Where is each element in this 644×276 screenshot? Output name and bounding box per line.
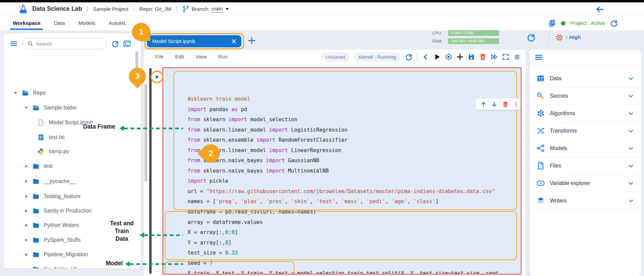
project-refresh-icon[interactable]: [610, 19, 618, 27]
plus-icon[interactable]: [456, 53, 464, 61]
notebook-tab[interactable]: Model Script.ipynb: [147, 35, 241, 47]
chevron-down-icon[interactable]: [628, 93, 634, 99]
divider: [530, 65, 641, 65]
tree-item-sample-folder[interactable]: Sample folder: [24, 102, 77, 113]
chevron-down-icon[interactable]: [628, 180, 634, 186]
fullscreen-icon[interactable]: [502, 53, 510, 61]
annotation-badge-1: 1: [132, 23, 150, 41]
tree-item-label: Pipeline_Migration: [44, 251, 88, 258]
caret-down-icon[interactable]: [13, 91, 18, 95]
tree-item-repo[interactable]: Repo: [13, 87, 46, 99]
tree-item-pipeline-migration[interactable]: Pipeline_Migration: [24, 249, 88, 260]
nav-tab-workspace[interactable]: Workspace: [12, 16, 41, 30]
caret-right-icon[interactable]: [24, 238, 29, 242]
stop-icon[interactable]: [513, 53, 521, 61]
menu-edit[interactable]: Edit: [175, 54, 184, 60]
fast-forward-icon[interactable]: [490, 53, 498, 61]
caret-right-icon[interactable]: [24, 164, 29, 169]
branch-selector[interactable]: Branch: main: [182, 5, 229, 13]
tree-item-label: Sanity in Production: [44, 208, 91, 214]
nav-tab-models[interactable]: Models: [78, 16, 96, 30]
panel-item-algorithms[interactable]: Algorithms: [530, 105, 641, 122]
chevron-down-icon[interactable]: [628, 76, 634, 82]
models-network-icon: [536, 144, 545, 152]
tree-item-test-txt[interactable]: test.txt: [37, 132, 65, 143]
files-page-icon: [536, 162, 545, 170]
tree-item-python-writers[interactable]: Python Writers: [24, 220, 79, 231]
git-branch-icon: [182, 5, 190, 13]
menu-view[interactable]: View: [196, 54, 207, 60]
chevron-down-icon[interactable]: [628, 110, 634, 117]
save-icon[interactable]: [468, 53, 475, 61]
branch-label: Branch:: [192, 6, 209, 12]
back-arrow-icon[interactable]: [595, 5, 604, 14]
panel-item-files[interactable]: Files: [530, 157, 641, 175]
folder-icon: [32, 207, 40, 215]
cell-trash-icon[interactable]: [502, 101, 509, 107]
code-cell[interactable]: #sklearn train modelimport pandas as pdf…: [162, 67, 522, 275]
tree-item-pyspark-stuffs[interactable]: PySpark_Stuffs: [24, 234, 81, 246]
caret-right-icon[interactable]: [24, 209, 29, 213]
panel-item-writers[interactable]: Writers: [530, 192, 641, 210]
new-tab-plus-icon[interactable]: [247, 36, 256, 45]
caret-right-icon[interactable]: [24, 194, 29, 199]
target-icon[interactable]: [445, 53, 452, 61]
menu-file[interactable]: File: [155, 54, 164, 60]
caret-right-icon[interactable]: [24, 223, 29, 228]
nav-tab-data[interactable]: Data: [53, 16, 66, 30]
chevron-down-icon[interactable]: [628, 198, 634, 204]
file-notebook-icon: [37, 119, 45, 126]
kernel-status-badge[interactable]: Kernel : Running: [354, 52, 400, 62]
nav-tab-automl[interactable]: AutoML: [108, 16, 127, 30]
branch-caret-down-icon: [226, 8, 229, 10]
menu-run[interactable]: Run: [218, 54, 228, 60]
cell-arrow-up-icon[interactable]: [480, 101, 487, 107]
caret-right-icon[interactable]: [24, 252, 29, 257]
tree-item-label: __pycache__: [44, 178, 76, 184]
folder-icon: [32, 163, 40, 170]
panel-item-label: Variable explorer: [550, 180, 628, 186]
caret-right-icon[interactable]: [24, 179, 29, 184]
trash-icon[interactable]: [479, 53, 487, 61]
notebook-toolbar-icons: [422, 53, 521, 61]
chevron-down-icon[interactable]: [628, 145, 634, 151]
panel-item-data[interactable]: Data: [530, 70, 641, 87]
cell-kebab-icon[interactable]: [513, 101, 519, 107]
tree-item-test[interactable]: test: [24, 160, 52, 172]
run-cell-play-icon[interactable]: [154, 74, 160, 80]
panel-item-models[interactable]: Models: [530, 140, 641, 157]
tree-item-label: Sample folder: [44, 105, 77, 111]
panel-item-transforms[interactable]: Transforms: [530, 122, 641, 140]
tree-item-testing-feature[interactable]: Testing_feature: [24, 191, 80, 202]
file-text-icon: [37, 134, 45, 141]
annotation-label-test-train: Test andTrainData: [101, 220, 143, 243]
tab-close-icon[interactable]: [231, 39, 237, 44]
chevron-left-icon[interactable]: [422, 53, 430, 61]
tree-item-newfolder-v1[interactable]: Newfolder_V1: [24, 264, 78, 268]
caret-down-icon[interactable]: [24, 105, 29, 110]
kernel-refresh-icon[interactable]: [405, 53, 412, 61]
panel-item-variable-explorer[interactable]: ∞Variable explorer: [530, 175, 641, 192]
tree-item-samp-py[interactable]: samp.py: [37, 146, 69, 157]
tree-item-sanity-in-production[interactable]: Sanity in Production: [24, 205, 91, 217]
meters-refresh-icon[interactable]: [526, 33, 535, 42]
repo-name: Repo: Git_JM: [139, 6, 171, 12]
panel-menu-icon[interactable]: [534, 53, 543, 62]
cpu-label: CPU:: [432, 31, 442, 36]
play-filled-icon[interactable]: [433, 53, 441, 61]
cpu-chip-icon: [555, 34, 563, 42]
cell-arrow-down-icon[interactable]: [491, 101, 497, 107]
panel-item-label: Data: [550, 76, 628, 82]
chevron-down-icon[interactable]: [628, 128, 634, 134]
notebook-scrollbar[interactable]: [145, 84, 147, 181]
caret-right-icon[interactable]: [24, 267, 29, 268]
annotation-ring-run: [151, 71, 163, 83]
folder-icon: [32, 236, 40, 244]
project-copy-icon[interactable]: [548, 19, 556, 27]
panel-item-secrets[interactable]: Secrets: [530, 87, 641, 105]
tree-item-label: Repo: [33, 90, 46, 96]
variable-explorer-icon: ∞: [536, 179, 545, 187]
annotation-badge-3: 3: [129, 68, 146, 85]
tree-item--pycache-[interactable]: __pycache__: [24, 176, 76, 187]
chevron-down-icon[interactable]: [628, 163, 634, 169]
